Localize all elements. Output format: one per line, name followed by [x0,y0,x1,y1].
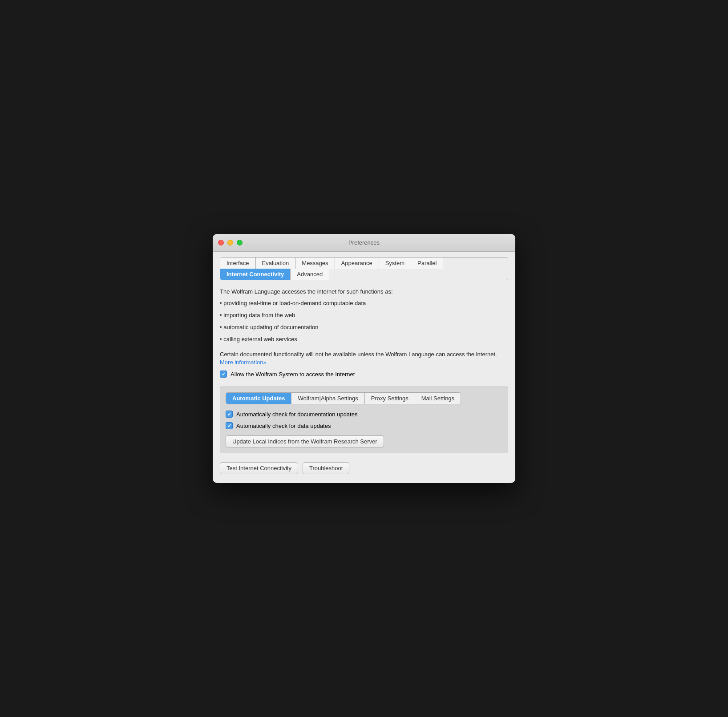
tab-internet-connectivity[interactable]: Internet Connectivity [220,269,291,280]
bullet-3: • automatic updating of documentation [220,323,508,332]
minimize-button[interactable] [227,240,233,246]
bullet-1: • providing real-time or load-on-demand … [220,299,508,308]
test-connectivity-button[interactable]: Test Internet Connectivity [220,462,298,474]
description-block: The Wolfram Language accesses the intern… [220,287,508,344]
warning-block: Certain documented functionality will no… [220,350,508,366]
troubleshoot-button[interactable]: Troubleshoot [303,462,349,474]
subtabs: Automatic Updates Wolfram|Alpha Settings… [226,392,461,404]
bottom-buttons: Test Internet Connectivity Troubleshoot [220,462,508,474]
tab-messages[interactable]: Messages [295,258,335,269]
auto-docs-checkbox[interactable] [226,411,233,418]
window-title: Preferences [348,239,380,246]
warning-text: Certain documented functionality will no… [220,351,497,358]
subtab-mail-settings[interactable]: Mail Settings [415,393,461,404]
subtab-wolframalpha-settings[interactable]: Wolfram|Alpha Settings [291,393,364,404]
tab-system[interactable]: System [379,258,411,269]
subtab-automatic-updates[interactable]: Automatic Updates [226,393,291,404]
auto-data-checkbox-row: Automatically check for data updates [226,422,502,429]
tab-evaluation[interactable]: Evaluation [256,258,296,269]
top-tabs: Interface Evaluation Messages Appearance… [220,257,508,280]
preferences-window: Preferences Interface Evaluation Message… [213,234,515,483]
main-content: Interface Evaluation Messages Appearance… [213,252,515,483]
tab-advanced[interactable]: Advanced [291,269,329,280]
tab-parallel[interactable]: Parallel [411,258,443,269]
update-indices-button[interactable]: Update Local Indices from the Wolfram Re… [226,435,384,447]
auto-data-checkbox[interactable] [226,422,233,429]
main-checkbox-row: Allow the Wolfram System to access the I… [220,371,508,378]
subtabs-container: Automatic Updates Wolfram|Alpha Settings… [220,387,508,453]
traffic-lights [218,240,243,246]
close-button[interactable] [218,240,224,246]
maximize-button[interactable] [237,240,243,246]
bullet-2: • importing data from the web [220,311,508,320]
more-info-link[interactable]: More information» [220,359,267,366]
auto-docs-checkbox-row: Automatically check for documentation up… [226,411,502,418]
auto-docs-label: Automatically check for documentation up… [236,411,357,418]
description-intro: The Wolfram Language accesses the intern… [220,287,508,297]
tab-interface[interactable]: Interface [220,258,256,269]
auto-data-label: Automatically check for data updates [236,423,331,429]
subtab-proxy-settings[interactable]: Proxy Settings [365,393,415,404]
allow-internet-label: Allow the Wolfram System to access the I… [231,371,355,378]
bullet-4: • calling external web services [220,335,508,344]
allow-internet-checkbox[interactable] [220,371,227,378]
titlebar: Preferences [213,234,515,252]
tab-appearance[interactable]: Appearance [335,258,379,269]
